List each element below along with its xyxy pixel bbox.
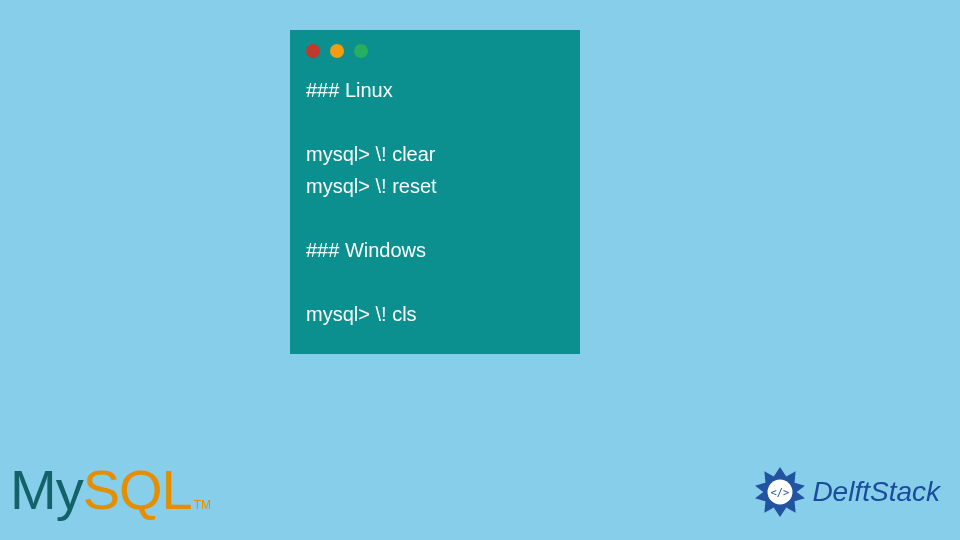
mysql-logo: MySQLTM xyxy=(10,457,211,522)
code-body: ### Linux mysql> \! clear mysql> \! rese… xyxy=(306,74,564,330)
delftstack-text: DelftStack xyxy=(812,476,940,508)
mysql-logo-my: My xyxy=(10,457,83,522)
delftstack-icon: </> xyxy=(754,466,806,518)
traffic-lights xyxy=(306,44,564,58)
delftstack-logo: </> DelftStack xyxy=(754,466,940,518)
code-window: ### Linux mysql> \! clear mysql> \! rese… xyxy=(290,30,580,354)
svg-text:</>: </> xyxy=(771,486,790,498)
maximize-icon xyxy=(354,44,368,58)
minimize-icon xyxy=(330,44,344,58)
mysql-logo-sql: SQL xyxy=(83,457,192,522)
close-icon xyxy=(306,44,320,58)
mysql-logo-tm: TM xyxy=(194,498,211,512)
